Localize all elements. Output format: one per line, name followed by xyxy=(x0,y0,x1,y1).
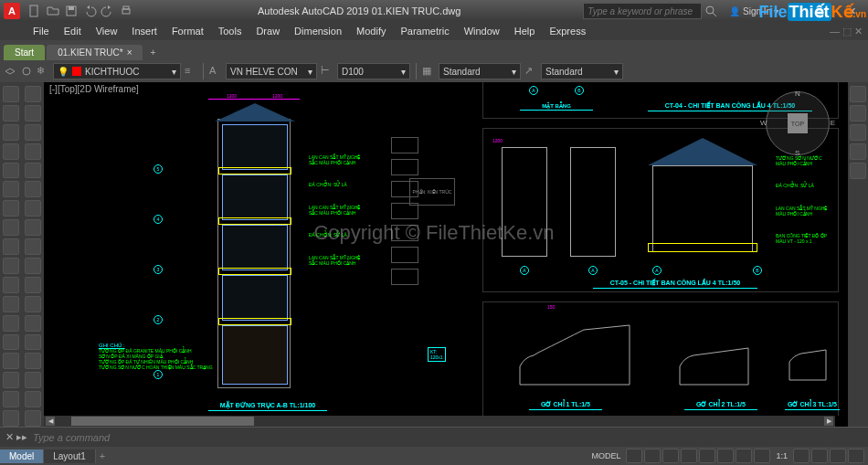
rectangle-tool[interactable] xyxy=(3,163,19,179)
fillet-tool[interactable] xyxy=(25,277,41,293)
status-polar[interactable] xyxy=(681,449,697,463)
status-annoscale[interactable] xyxy=(793,449,810,463)
command-input[interactable] xyxy=(33,432,863,443)
offset-tool[interactable] xyxy=(25,163,41,179)
view-cube[interactable]: TOP N S W E xyxy=(766,91,830,155)
menu-modify[interactable]: Modify xyxy=(349,24,393,38)
tablestyle-selector[interactable]: Standard ▾ xyxy=(439,63,521,79)
layer-freeze-icon[interactable]: ❄ xyxy=(37,65,49,78)
ellipse-tool[interactable] xyxy=(3,181,19,197)
app-logo[interactable]: A xyxy=(4,3,20,19)
undo-icon[interactable] xyxy=(82,4,97,18)
navbar-zoom[interactable] xyxy=(850,124,866,141)
mtext-tool[interactable] xyxy=(3,238,19,255)
explode-tool[interactable] xyxy=(25,315,41,332)
line-tool[interactable] xyxy=(3,86,19,102)
status-osnap[interactable] xyxy=(699,449,715,463)
menu-window[interactable]: Window xyxy=(457,24,507,38)
status-ortho[interactable] xyxy=(662,449,679,463)
tab-model[interactable]: Model xyxy=(0,449,44,463)
layer-match-icon[interactable]: ≡ xyxy=(185,65,197,78)
align-tool[interactable] xyxy=(25,391,41,407)
new-icon[interactable] xyxy=(27,4,42,18)
status-grid[interactable] xyxy=(626,449,642,463)
compass-e[interactable]: E xyxy=(831,119,835,127)
menu-dimension[interactable]: Dimension xyxy=(287,24,349,38)
menu-edit[interactable]: Edit xyxy=(57,24,89,38)
menu-overflow-icon[interactable]: — ⬚ ✕ xyxy=(830,26,868,37)
status-scale[interactable]: 1:1 xyxy=(772,451,791,460)
layer-selector[interactable]: 💡 KICHTHUOC ▾ xyxy=(53,63,181,79)
print-icon[interactable] xyxy=(119,4,133,18)
chamfer-tool[interactable] xyxy=(25,296,41,312)
mleader-selector[interactable]: Standard ▾ xyxy=(541,63,623,79)
polyline-tool[interactable] xyxy=(3,105,19,122)
menu-parametric[interactable]: Parametric xyxy=(393,24,456,38)
command-prompt-icon[interactable]: ✕ ▸▸ xyxy=(5,431,27,443)
navbar-showmotion[interactable] xyxy=(850,163,866,179)
circle-tool[interactable] xyxy=(3,124,19,141)
layer-props-icon[interactable] xyxy=(4,65,16,78)
viewcube-top[interactable]: TOP xyxy=(788,113,808,133)
tab-new[interactable]: + xyxy=(144,45,161,60)
mirror-tool[interactable] xyxy=(25,143,41,160)
tab-layout1[interactable]: Layout1 xyxy=(44,449,96,463)
mleader-icon[interactable]: ↗ xyxy=(524,65,537,78)
menu-view[interactable]: View xyxy=(89,24,125,38)
move-tool[interactable] xyxy=(25,86,41,102)
hatch-tool[interactable] xyxy=(3,200,19,217)
save-icon[interactable] xyxy=(64,4,79,18)
menu-draw[interactable]: Draw xyxy=(249,24,287,38)
stretch-tool[interactable] xyxy=(25,238,41,255)
extend-tool[interactable] xyxy=(25,219,41,236)
table-tool[interactable] xyxy=(3,258,19,274)
compass-n[interactable]: N xyxy=(795,90,800,98)
pedit-tool[interactable] xyxy=(25,410,41,427)
break-tool[interactable] xyxy=(25,353,41,369)
ray-tool[interactable] xyxy=(3,353,19,369)
donut-tool[interactable] xyxy=(3,410,19,427)
point-tool[interactable] xyxy=(3,277,19,293)
scale-tool[interactable] xyxy=(25,258,41,274)
layer-states-icon[interactable] xyxy=(20,65,33,78)
copy-tool[interactable] xyxy=(25,105,41,122)
tab-document[interactable]: 01.KIEN TRUC* × xyxy=(47,45,143,60)
navbar-pan[interactable] xyxy=(850,105,866,122)
compass-w[interactable]: W xyxy=(760,119,767,127)
menu-help[interactable]: Help xyxy=(507,24,543,38)
tab-add-layout[interactable]: + xyxy=(96,449,109,463)
textstyle-selector[interactable]: VN HELVE CON ▾ xyxy=(226,63,317,79)
help-search-input[interactable] xyxy=(583,3,702,19)
status-clean[interactable] xyxy=(830,449,846,463)
menu-tools[interactable]: Tools xyxy=(211,24,249,38)
rotate-tool[interactable] xyxy=(25,124,41,141)
navbar-orbit[interactable] xyxy=(850,143,866,160)
tab-start[interactable]: Start xyxy=(4,45,45,60)
status-lwt[interactable] xyxy=(736,449,752,463)
search-icon[interactable] xyxy=(704,4,718,18)
status-otrack[interactable] xyxy=(717,449,734,463)
trim-tool[interactable] xyxy=(25,200,41,217)
textstyle-icon[interactable]: A xyxy=(209,65,222,78)
menu-insert[interactable]: Insert xyxy=(124,24,164,38)
menu-format[interactable]: Format xyxy=(164,24,211,38)
menu-express[interactable]: Express xyxy=(542,24,593,38)
menu-file[interactable]: File xyxy=(26,24,57,38)
dimstyle-icon[interactable]: ⊢ xyxy=(321,65,333,78)
erase-tool[interactable] xyxy=(25,334,41,351)
status-customize[interactable] xyxy=(848,449,864,463)
dimstyle-selector[interactable]: D100 ▾ xyxy=(337,63,410,79)
status-workspace[interactable] xyxy=(811,449,828,463)
spline-tool[interactable] xyxy=(3,315,19,332)
array-tool[interactable] xyxy=(25,181,41,197)
tab-close-icon[interactable]: × xyxy=(127,48,132,58)
status-snap[interactable] xyxy=(644,449,661,463)
insert-tool[interactable] xyxy=(3,391,19,407)
join-tool[interactable] xyxy=(25,372,41,388)
drawing-canvas[interactable]: [-][Top][2D Wireframe] 1200 1200 xyxy=(44,82,848,427)
region-tool[interactable] xyxy=(3,296,19,312)
arc-tool[interactable] xyxy=(3,143,19,160)
redo-icon[interactable] xyxy=(101,4,115,18)
status-transparency[interactable] xyxy=(754,449,770,463)
xline-tool[interactable] xyxy=(3,334,19,351)
